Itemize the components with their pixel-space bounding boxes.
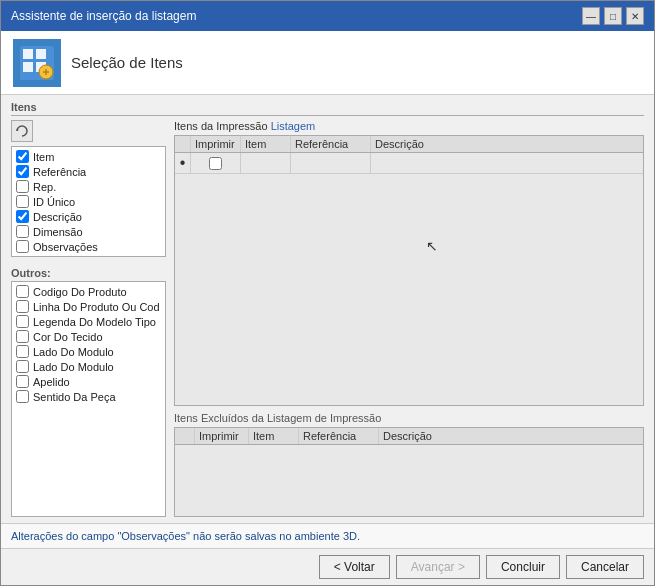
checkbox-codigo-input[interactable] <box>16 285 29 298</box>
checkbox-item-observacoes: Observações <box>14 239 163 254</box>
refresh-button[interactable] <box>11 120 33 142</box>
content-area: Itens Item <box>1 95 654 523</box>
checkbox-referencia-label: Referência <box>33 166 86 178</box>
excl-th-imprimir: Imprimir <box>195 428 249 444</box>
items-section-label: Itens <box>11 101 644 113</box>
cancel-button[interactable]: Cancelar <box>566 555 644 579</box>
checkbox-item-referencia: Referência <box>14 164 163 179</box>
excl-th-referencia: Referência <box>299 428 379 444</box>
checkbox-observacoes-input[interactable] <box>16 240 29 253</box>
excl-th-empty <box>175 428 195 444</box>
checkbox-lado1-input[interactable] <box>16 345 29 358</box>
checkbox-dimensao-input[interactable] <box>16 225 29 238</box>
excluded-items-table: Imprimir Item Referência Descrição <box>174 427 644 517</box>
svg-rect-2 <box>36 49 46 59</box>
checkbox-item-lado1: Lado Do Modulo <box>14 344 163 359</box>
checkbox-observacoes-label: Observações <box>33 241 98 253</box>
print-table-body: • ↖ <box>175 153 643 283</box>
header-section: Seleção de Itens <box>1 31 654 95</box>
checkbox-id-input[interactable] <box>16 195 29 208</box>
others-label: Outros: <box>11 267 166 279</box>
th-imprimir: Imprimir <box>191 136 241 152</box>
th-referencia: Referência <box>291 136 371 152</box>
row-dot: • <box>175 153 191 173</box>
close-button[interactable]: ✕ <box>626 7 644 25</box>
finish-button[interactable]: Concluir <box>486 555 560 579</box>
checkbox-id-label: ID Único <box>33 196 75 208</box>
listagem-link[interactable]: Listagem <box>271 120 316 132</box>
th-item: Item <box>241 136 291 152</box>
checkbox-codigo-label: Codigo Do Produto <box>33 286 127 298</box>
checkbox-legenda-label: Legenda Do Modelo Tipo <box>33 316 156 328</box>
row-print-checkbox[interactable] <box>209 157 222 170</box>
row-referencia <box>291 153 371 173</box>
next-button[interactable]: Avançar > <box>396 555 480 579</box>
checkbox-lado1-label: Lado Do Modulo <box>33 346 114 358</box>
title-bar: Assistente de inserção da listagem — □ ✕ <box>1 1 654 31</box>
checkbox-item-lado2: Lado Do Modulo <box>14 359 163 374</box>
checkbox-lado2-label: Lado Do Modulo <box>33 361 114 373</box>
svg-rect-3 <box>23 62 33 72</box>
checkbox-item-sentido: Sentido Da Peça <box>14 389 163 404</box>
header-title: Seleção de Itens <box>71 54 183 71</box>
excluded-table-body <box>175 445 643 505</box>
checkbox-descricao-label: Descrição <box>33 211 82 223</box>
checkbox-rep-label: Rep. <box>33 181 56 193</box>
checkbox-referencia-input[interactable] <box>16 165 29 178</box>
footer-buttons: < Voltar Avançar > Concluir Cancelar <box>1 548 654 585</box>
checkbox-legenda-input[interactable] <box>16 315 29 328</box>
excluded-table-header: Imprimir Item Referência Descrição <box>175 428 643 445</box>
checkbox-descricao-input[interactable] <box>16 210 29 223</box>
svg-rect-1 <box>23 49 33 59</box>
checkbox-cor-input[interactable] <box>16 330 29 343</box>
checkbox-linha-input[interactable] <box>16 300 29 313</box>
checkbox-lado2-input[interactable] <box>16 360 29 373</box>
row-checkbox[interactable] <box>191 153 241 173</box>
table-row: • <box>175 153 643 174</box>
checkbox-sentido-label: Sentido Da Peça <box>33 391 116 403</box>
others-checkbox-list: Codigo Do Produto Linha Do Produto Ou Co… <box>11 281 166 517</box>
items-divider <box>11 115 644 116</box>
print-table-header: Imprimir Item Referência Descrição <box>175 136 643 153</box>
checkbox-cor-label: Cor Do Tecido <box>33 331 103 343</box>
checkbox-item-codigo: Codigo Do Produto <box>14 284 163 299</box>
excl-th-item: Item <box>249 428 299 444</box>
checkbox-item-linha: Linha Do Produto Ou Cod <box>14 299 163 314</box>
print-items-table: Imprimir Item Referência Descrição • <box>174 135 644 406</box>
checkbox-item-item: Item <box>14 149 163 164</box>
minimize-button[interactable]: — <box>582 7 600 25</box>
back-button[interactable]: < Voltar <box>319 555 390 579</box>
toolbar-row <box>11 120 166 142</box>
window-title: Assistente de inserção da listagem <box>11 9 196 23</box>
th-empty1 <box>175 136 191 152</box>
th-descricao: Descrição <box>371 136 643 152</box>
checkbox-item-input[interactable] <box>16 150 29 163</box>
checkbox-item-label: Item <box>33 151 54 163</box>
checkbox-sentido-input[interactable] <box>16 390 29 403</box>
checkbox-item-dimensao: Dimensão <box>14 224 163 239</box>
title-bar-controls: — □ ✕ <box>582 7 644 25</box>
main-area: Item Referência Rep. ID Único <box>11 120 644 517</box>
checkbox-item-cor: Cor Do Tecido <box>14 329 163 344</box>
left-panel: Item Referência Rep. ID Único <box>11 120 166 517</box>
checkbox-dimensao-label: Dimensão <box>33 226 83 238</box>
row-descricao <box>371 153 643 173</box>
maximize-button[interactable]: □ <box>604 7 622 25</box>
checkbox-apelido-label: Apelido <box>33 376 70 388</box>
cursor-icon: ↖ <box>426 238 438 254</box>
checkbox-rep-input[interactable] <box>16 180 29 193</box>
checkbox-apelido-input[interactable] <box>16 375 29 388</box>
wizard-icon <box>13 39 61 87</box>
table-empty-area: ↖ <box>175 174 643 304</box>
row-item <box>241 153 291 173</box>
checkbox-item-legenda: Legenda Do Modelo Tipo <box>14 314 163 329</box>
checkbox-item-descricao: Descrição <box>14 209 163 224</box>
checkbox-item-rep: Rep. <box>14 179 163 194</box>
checkbox-linha-label: Linha Do Produto Ou Cod <box>33 301 160 313</box>
print-table-label: Itens da Impressão Listagem <box>174 120 644 132</box>
items-checkbox-list: Item Referência Rep. ID Único <box>11 146 166 257</box>
checkbox-item-id: ID Único <box>14 194 163 209</box>
footer-note: Alterações do campo "Observações" não se… <box>1 523 654 548</box>
checkbox-item-apelido: Apelido <box>14 374 163 389</box>
main-window: Assistente de inserção da listagem — □ ✕… <box>0 0 655 586</box>
